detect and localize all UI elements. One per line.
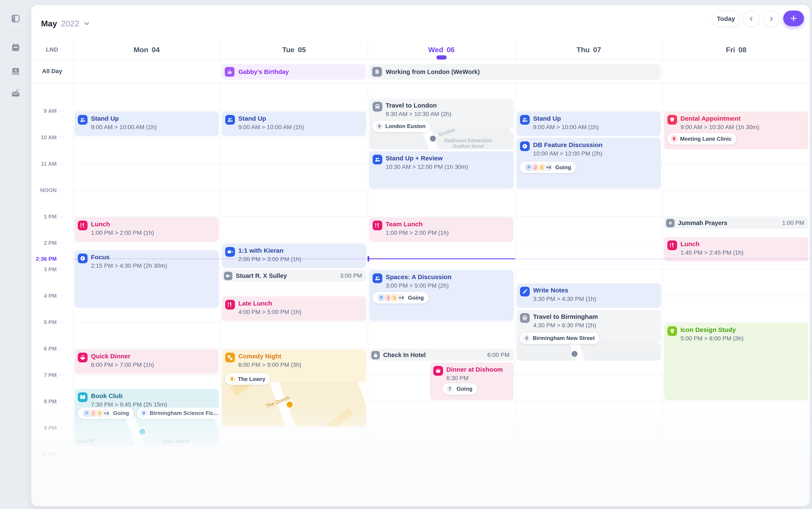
app-sidebar xyxy=(0,0,31,509)
event-card[interactable]: Book Club7:30 PM > 9:45 PM (2h 15m)New S… xyxy=(74,389,219,446)
hour-tick xyxy=(60,216,63,217)
event-title: DB Feature Discussion xyxy=(533,141,602,148)
tooth-icon xyxy=(667,115,677,125)
panel-toggle-icon xyxy=(11,14,21,24)
chevron-down-icon xyxy=(83,20,90,27)
event-card[interactable]: Check In Hotel6:00 PM xyxy=(369,349,513,361)
event-card[interactable]: Stand Up9:00 AM > 10:00 AM (1h) xyxy=(222,111,366,136)
pencil-icon xyxy=(520,287,530,297)
location-pill[interactable]: Birmingham Science Fic... xyxy=(137,408,219,419)
event-time: 7:30 PM > 9:45 PM (2h 15m) xyxy=(91,401,167,408)
event-card[interactable]: Stand Up9:00 AM > 10:00 AM (1h) xyxy=(517,111,661,136)
prev-week-button[interactable] xyxy=(743,10,759,27)
event-title: Check In Hotel xyxy=(383,351,426,358)
event-card[interactable]: Icon Design Study5:00 PM > 8:00 PM (3h) xyxy=(664,323,808,400)
day-number: 05 xyxy=(298,46,306,54)
sidebar-item-calendar[interactable] xyxy=(9,41,23,54)
event-title: Late Lunch xyxy=(238,300,272,307)
next-week-button[interactable] xyxy=(763,10,779,27)
avatar-group: PJS+4 xyxy=(83,409,111,417)
location-pill[interactable]: London Euston xyxy=(373,121,430,132)
event-title: 1:1 with Kieran xyxy=(238,247,283,254)
event-time: 6:00 PM xyxy=(488,351,509,358)
event-card[interactable]: Comedy Night6:00 PM > 9:00 PM (3h)The Qu… xyxy=(222,349,366,427)
event-title: Lunch xyxy=(681,240,699,248)
month-switcher[interactable]: May 2022 xyxy=(41,17,90,30)
hour-label: 5 PM xyxy=(31,319,57,326)
hour-label: 2 PM xyxy=(31,240,57,246)
event-card[interactable]: Stand Up9:00 AM > 10:00 AM (1h) xyxy=(74,111,219,136)
event-card[interactable]: Dinner at Dishoom6:30 PM7Going xyxy=(430,363,513,400)
year-title: 2022 xyxy=(61,19,79,28)
week-grid: 9 AM10 AM11 AMNOON1 PM2 PM3 PM4 PM5 PM6 … xyxy=(31,5,810,506)
event-card[interactable]: Late Lunch4:00 PM > 5:00 PM (1h) xyxy=(222,297,366,321)
hour-label: 8 PM xyxy=(31,398,57,405)
people-icon xyxy=(520,115,530,125)
video-camera-icon xyxy=(224,272,232,280)
map-pin-icon xyxy=(376,123,383,130)
event-card[interactable]: Team Lunch1:00 PM > 2:00 PM (1h) xyxy=(369,217,513,242)
going-label: Going xyxy=(408,295,424,301)
today-button[interactable]: Today xyxy=(712,10,740,27)
location-pill[interactable]: The Lowry xyxy=(225,373,270,385)
map-pin-icon xyxy=(140,409,148,417)
attendees-pill[interactable]: PJS+4Going xyxy=(520,162,576,173)
going-pill[interactable]: 7Going xyxy=(443,383,477,395)
event-card[interactable]: Stand Up + Review10:30 AM > 12:00 PM (1h… xyxy=(369,151,513,189)
day-header-thu[interactable]: Thu07 xyxy=(515,40,662,59)
avatar-group: PJS+4 xyxy=(377,294,405,302)
plus-icon xyxy=(789,14,798,23)
event-time: 3:00 PM xyxy=(340,272,362,279)
train-icon xyxy=(520,313,530,323)
location-pill[interactable]: Birmingham New Street xyxy=(520,333,599,344)
event-card[interactable]: Spaces: A Discussion3:00 PM > 5:00 PM (2… xyxy=(369,270,513,321)
sidebar-item-meetings[interactable] xyxy=(9,64,23,78)
event-card[interactable]: Travel to Birmingham4:30 PM > 6:30 PM (2… xyxy=(517,310,661,361)
event-card[interactable]: Lunch1:45 PM > 2:45 PM (1h) xyxy=(664,237,808,262)
theater-masks-icon xyxy=(225,353,235,362)
event-card[interactable]: Lunch1:00 PM > 2:00 PM (1h) xyxy=(74,217,219,242)
event-card[interactable]: Stuart R. X Sulley3:00 PM xyxy=(222,270,366,281)
location-pill[interactable]: Meeting Lane Clinic xyxy=(667,133,736,144)
event-card[interactable]: Write Notes3:30 PM > 4:30 PM (1h) xyxy=(517,283,661,308)
bag-icon xyxy=(371,351,380,360)
day-header-tue[interactable]: Tue05 xyxy=(220,40,368,59)
event-time: 8:30 AM > 10:30 AM (2h) xyxy=(386,111,451,117)
event-title: Jummah Prayers xyxy=(678,219,727,226)
clock-icon xyxy=(520,141,530,151)
event-time: 6:30 PM xyxy=(446,375,468,382)
all-day-event[interactable]: Working from London (WeWork) xyxy=(369,64,661,80)
event-time: 1:45 PM > 2:45 PM (1h) xyxy=(681,249,744,256)
event-title: Stand Up xyxy=(238,115,266,122)
hour-label: 4 PM xyxy=(31,293,57,299)
event-pill-row: PJS+4GoingBirmingham Science Fic... xyxy=(78,408,219,419)
location-label: Birmingham New Street xyxy=(533,335,595,341)
avatar-more-count: +4 xyxy=(544,163,553,172)
event-title: Dinner at Dishoom xyxy=(446,366,503,373)
event-title: Travel to London xyxy=(386,102,437,109)
screen-share-icon xyxy=(11,66,21,76)
attendees-pill[interactable]: PJS+4Going xyxy=(78,408,134,419)
event-time: 5:00 PM > 8:00 PM (3h) xyxy=(681,335,744,342)
event-card[interactable]: Dental Appointment9:00 AM > 10:30 AM (1h… xyxy=(664,111,808,149)
sidebar-toggle-button[interactable] xyxy=(9,12,23,25)
day-header-fri[interactable]: Fri08 xyxy=(662,40,810,59)
hour-gridline xyxy=(73,322,810,323)
event-card[interactable]: DB Feature Discussion10:00 AM > 12:00 PM… xyxy=(517,138,661,189)
day-header-mon[interactable]: Mon04 xyxy=(73,40,220,59)
people-icon xyxy=(78,115,88,125)
event-card[interactable]: 1:1 with Kieran2:00 PM > 3:00 PM (1h) xyxy=(222,244,366,268)
attendees-pill[interactable]: PJS+4Going xyxy=(373,292,429,303)
event-card[interactable]: Quick Dinner6:00 PM > 7:00 PM (1h) xyxy=(74,349,219,374)
chevron-right-icon xyxy=(768,15,775,22)
event-time: 9:00 AM > 10:00 AM (1h) xyxy=(91,124,157,131)
event-pill-row: The Lowry xyxy=(225,373,270,385)
new-event-button[interactable] xyxy=(783,10,804,26)
going-label: Going xyxy=(555,164,571,171)
event-card[interactable]: Jummah Prayers1:00 PM xyxy=(664,217,808,229)
day-number: 06 xyxy=(447,46,455,54)
event-card[interactable]: Travel to London8:30 AM > 10:30 AM (2h)E… xyxy=(369,98,513,149)
map-street-label: Radisson EdwardianGrafton Hotel xyxy=(444,138,492,149)
sidebar-item-inbox[interactable] xyxy=(9,86,23,100)
all-day-event[interactable]: Gabby's Birthday xyxy=(222,64,366,80)
